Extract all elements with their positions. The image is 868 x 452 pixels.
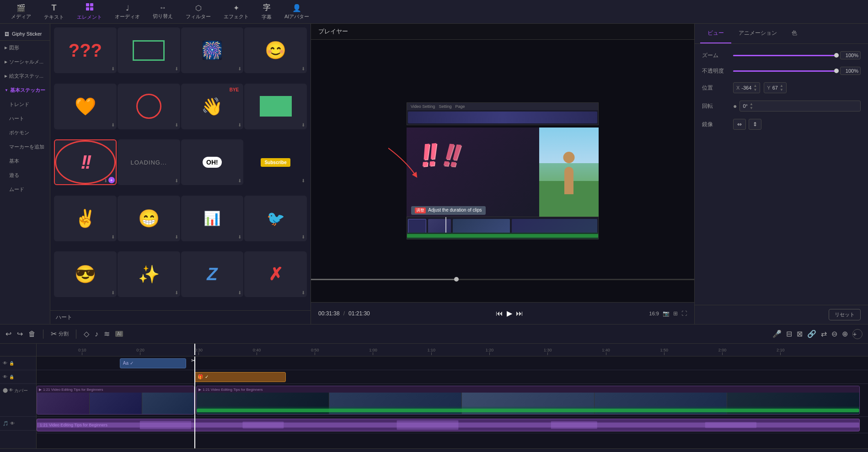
sticker-peace[interactable]: ✌️ ⬇ [54,196,117,241]
toolbar-caption[interactable]: 字 字幕 [255,0,278,23]
add-track-button[interactable]: + [852,329,863,339]
sticker-cool[interactable]: 😎 ⬇ [54,251,117,297]
sticker-green-rect[interactable]: ⬇ [118,27,180,73]
sidebar-item-shapes[interactable]: ▶ 図形 [0,41,50,55]
fullscreen-icon[interactable]: ⛶ [681,310,687,317]
eye-icon-2[interactable]: 👁 [3,374,7,379]
player-progress-bar[interactable] [311,279,694,280]
opacity-slider[interactable] [733,70,836,72]
tab-animation[interactable]: アニメーション [731,24,784,43]
y-arrows[interactable]: ▲▼ [780,84,783,92]
x-value[interactable]: -364 [741,85,751,90]
sticker-blocks[interactable]: 📊 ⬇ [181,196,244,241]
transition-small-button[interactable]: ⇄ [821,330,827,338]
link-button[interactable]: 🔗 [807,330,816,338]
play-button[interactable]: ▶ [507,309,512,318]
sidebar-sub-heart[interactable]: ハート [0,112,50,126]
sticker-x[interactable]: ✗ ⬇ [244,251,307,297]
timeline-scrollbar[interactable] [0,448,868,452]
audio-mix-button[interactable]: ♪ [95,330,98,338]
reset-button[interactable]: リセット [829,309,861,320]
player-scrubber-thumb[interactable] [454,277,459,282]
video-clip-first[interactable]: ▶ 1:21 Video Editing Tips for Beginners [37,386,194,415]
sidebar-sub-basic[interactable]: 基本 [0,154,50,168]
sticker-bird[interactable]: 🐦 ⬇ [244,196,307,241]
zoom-value[interactable]: 100% [840,51,861,59]
zoom-out-button[interactable]: ⊖ [831,330,837,338]
split-screen-button[interactable]: ⊟ [786,330,792,338]
sticker-sparkle[interactable]: ✨ ⬇ [118,251,180,297]
undo-button[interactable]: ↩ [5,330,11,338]
toolbar-transition[interactable]: ↔ 切り替え [146,1,179,22]
zoom-in-button[interactable]: ⊕ [842,330,848,338]
y-value[interactable]: 67 [772,85,778,90]
marker-button[interactable]: ◇ [84,330,89,338]
opacity-value[interactable]: 100% [840,67,861,75]
sidebar-item-basic-sticker[interactable]: ▼ 基本ステッカー [0,83,50,97]
tab-view[interactable]: ビュー [700,24,731,43]
ai-edit-button[interactable]: AI [115,331,123,337]
sticker-green-fill-rect[interactable]: ⬇ [244,84,307,129]
toolbar-effect-label: エフェクト [224,13,249,20]
toolbar-audio[interactable]: ♩ オーディオ [108,1,146,23]
eye-icon-3[interactable]: 👁 [9,388,13,393]
prev-frame-button[interactable]: ⏮ [496,309,503,318]
next-frame-button[interactable]: ⏭ [516,309,523,318]
sticker-question-marks[interactable]: ??? ⬇ [54,27,117,73]
sticker-zzz[interactable]: Z ⬇ [181,251,244,297]
sidebar-item-emoji-sticker[interactable]: ▶ 絵文字ステッ... [0,69,50,83]
toolbar-ai-avatar[interactable]: 👤 AIアバター [278,1,316,23]
lock-icon-2[interactable]: 🔒 [9,375,14,379]
mirror-h-button[interactable]: ⇔ [733,119,746,130]
opacity-slider-thumb[interactable] [834,69,839,73]
text-clip-aa[interactable]: Aa ✓ [120,358,186,368]
video-clip-main[interactable]: ▶ 1:21 Video Editing Tips for Beginners [196,386,860,415]
sticker-grin[interactable]: 😁 ⬇ [118,196,180,241]
sidebar-item-social[interactable]: ▶ ソーシャルメ... [0,55,50,69]
toolbar-media[interactable]: 🎬 メディア [5,1,38,23]
split-button[interactable]: ✂ 分割 [51,330,69,338]
x-arrows[interactable]: ▲▼ [753,84,757,92]
sticker-loading[interactable]: LOADING... ⬇ [118,139,180,185]
redo-button[interactable]: ↪ [17,330,23,338]
sticker-firework[interactable]: 🎆 ⬇ [181,27,244,73]
zoom-slider-thumb[interactable] [834,53,839,58]
timeline-ruler-tracks: 0:10 0:20 0:30 0:40 [37,344,868,448]
sticker-hand-bye[interactable]: 👋 BYE ⬇ [181,84,244,129]
sidebar-sub-marker[interactable]: マーカーを追加 [0,140,50,154]
sticker-exclamation[interactable]: !! + ⬇ [54,139,117,185]
sticker-oh[interactable]: OH! ⬇ [181,139,244,185]
delete-button[interactable]: 🗑 [28,330,36,338]
toolbar-effect[interactable]: ✦ エフェクト [217,1,255,23]
rotation-arrows[interactable]: ▲▼ [750,102,753,110]
grid-icon[interactable]: ⊞ [673,310,678,317]
rotation-value[interactable]: 0° [743,103,748,109]
sticker-red-circle[interactable]: ⬇ [118,84,180,129]
sidebar-sub-mood[interactable]: ムード [0,182,50,197]
sidebar-sub-pokemon[interactable]: ポケモン [0,126,50,140]
sidebar-sub-trend[interactable]: トレンド [0,97,50,112]
audio-clip[interactable]: 1:21 Video Editing Tips for Beginners [37,419,860,431]
mic-button[interactable]: 🎤 [772,330,782,338]
sticker-heart[interactable]: 🧡 ⬇ [54,84,117,129]
speed-button[interactable]: ≋ [104,330,110,338]
toolbar-text[interactable]: T テキスト [38,0,70,23]
sticker-clip[interactable]: 🎁 ✓ [194,372,286,382]
eye-icon-4[interactable]: 👁 [10,421,15,426]
sidebar-sub-play[interactable]: 遊る [0,168,50,182]
svg-rect-1 [90,3,93,6]
sticker-panel: ??? ⬇ ⬇ 🎆 ⬇ 😊 ⬇ 🧡 ⬇ [50,24,311,324]
sticker-subscribe[interactable]: Subscribe ⬇ [244,139,307,185]
zoom-slider[interactable] [733,55,836,56]
screenshot-icon[interactable]: 📷 [663,310,670,317]
player-viewport[interactable]: Video Setting Setting Page !! [311,40,694,302]
toolbar-filter[interactable]: ⬡ フィルター [179,1,217,23]
sticker-star-emoji[interactable]: 😊 ⬇ [244,27,307,73]
mirror-v-button[interactable]: ⇕ [749,119,761,130]
download-icon: ⬇ [175,234,178,239]
lock-icon[interactable]: 🔒 [9,361,14,366]
eye-icon[interactable]: 👁 [3,361,7,366]
toolbar-element[interactable]: エレメント [70,0,108,23]
tab-color[interactable]: 色 [784,24,804,43]
multi-cam-button[interactable]: ⊠ [797,330,803,338]
